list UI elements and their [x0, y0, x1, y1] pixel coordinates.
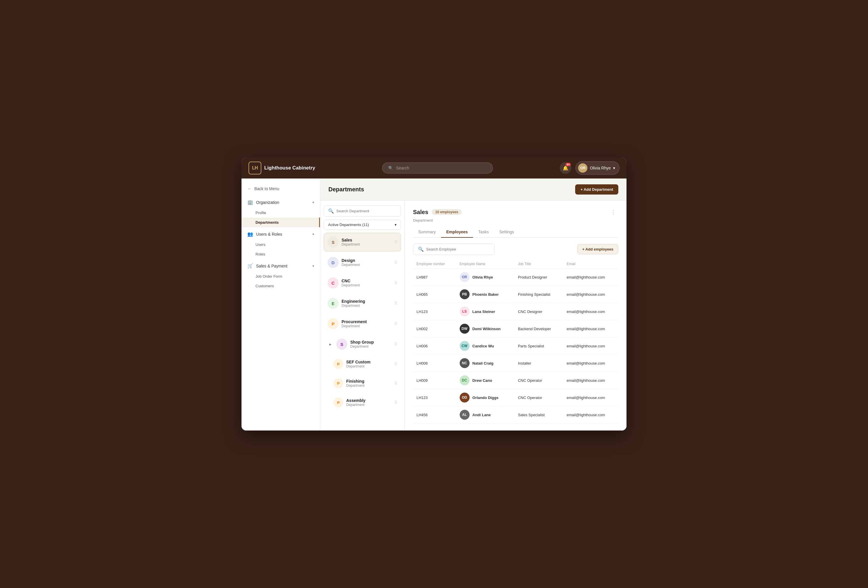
employee-avatar: PB — [460, 290, 469, 299]
emp-id-cell: LH987 — [413, 269, 456, 286]
drag-handle-icon-7[interactable]: ⠿ — [394, 362, 397, 366]
content-area: Departments + Add Department 🔍 Active De… — [320, 179, 626, 430]
user-avatar: OR — [578, 163, 588, 173]
emp-job-cell: CNC Operator — [515, 389, 563, 406]
employee-search-input[interactable] — [426, 247, 490, 251]
col-header-emp-number: Employee number — [413, 260, 456, 269]
sales-icon: 🛒 — [247, 263, 253, 269]
emp-job-cell: CNC Operator — [515, 372, 563, 389]
department-item-sefcustom[interactable]: P SEF Custom Department ⠿ — [329, 355, 401, 373]
drag-handle-icon-6[interactable]: ⠿ — [394, 342, 397, 347]
department-item-design[interactable]: D Design Department ⠿ — [324, 253, 401, 272]
emp-id-cell: LH123 — [413, 389, 456, 406]
drag-handle-icon-9[interactable]: ⠿ — [394, 400, 397, 405]
employee-name: Lana Steiner — [472, 309, 495, 314]
dept-avatar-sefcustom: P — [334, 359, 343, 369]
employee-avatar: DW — [460, 324, 469, 334]
department-item-sales[interactable]: S Sales Department ⠿ — [324, 233, 401, 251]
emp-id-cell: LH009 — [413, 372, 456, 389]
emp-email-cell: email@lighthouse.com — [563, 269, 619, 286]
emp-name-cell: DC Drew Cano — [456, 372, 515, 389]
employee-toolbar: 🔍 + Add employees — [413, 244, 619, 255]
dept-avatar-cnc: C — [328, 277, 339, 288]
department-search-input[interactable] — [336, 209, 397, 213]
notification-badge: 9+ — [565, 163, 571, 166]
user-name: Olivia Rhye — [590, 165, 611, 170]
employee-name: Candice Wu — [472, 344, 494, 348]
employee-avatar: DC — [460, 375, 469, 385]
tab-employees[interactable]: Employees — [441, 227, 473, 238]
notifications-button[interactable]: 🔔 9+ — [560, 162, 571, 174]
sidebar-item-profile[interactable]: Profile — [242, 208, 320, 217]
global-search-bar[interactable]: 🔍 Search — [382, 163, 493, 174]
detail-dept-name: Sales — [413, 209, 428, 216]
user-menu-button[interactable]: OR Olivia Rhye ▾ — [576, 161, 620, 175]
more-options-button[interactable]: ⋮ — [608, 208, 619, 216]
add-employees-button[interactable]: + Add employees — [577, 244, 619, 254]
tab-summary[interactable]: Summary — [413, 227, 441, 238]
sidebar-item-roles[interactable]: Roles — [242, 250, 320, 259]
sidebar-item-job-order[interactable]: Job Order Form — [242, 272, 320, 281]
employees-table: Employee number Employee Name Job Title … — [413, 260, 619, 424]
employee-avatar: CW — [460, 341, 469, 351]
sidebar-item-departments[interactable]: Departments — [242, 217, 320, 227]
sidebar-item-users[interactable]: Users — [242, 240, 320, 250]
drag-handle-icon-4[interactable]: ⠿ — [394, 301, 397, 306]
department-search-box[interactable]: 🔍 — [324, 205, 401, 217]
emp-email-cell: email@lighthouse.com — [563, 372, 619, 389]
tab-settings[interactable]: Settings — [494, 227, 520, 238]
department-item-assembly[interactable]: P Assembly Department ⠿ — [329, 394, 401, 411]
dept-avatar-design: D — [328, 257, 339, 268]
drag-handle-icon[interactable]: ⠿ — [394, 240, 397, 244]
chevron-down-icon-filter: ▾ — [395, 223, 397, 227]
sidebar-section-sales: 🛒 Sales & Payment ▾ Job Order Form Custo… — [242, 260, 320, 291]
drag-handle-icon-5[interactable]: ⠿ — [394, 321, 397, 326]
topbar-search-area: 🔍 Search — [315, 163, 560, 174]
emp-name-cell: PB Phoenix Baker — [456, 286, 515, 303]
emp-email-cell: email@lighthouse.com — [563, 406, 619, 424]
sidebar-item-customers[interactable]: Customers — [242, 281, 320, 291]
employee-name: Phoenix Baker — [472, 292, 499, 297]
sidebar: ← Back to Menu 🏢 Organization ▾ Profile … — [242, 179, 320, 430]
logo-icon: LH — [248, 162, 261, 174]
department-item-shopgroup[interactable]: ▶ S Shop Group Department ⠿ — [324, 335, 401, 353]
emp-id-cell: LH065 — [413, 286, 456, 303]
tab-tasks[interactable]: Tasks — [473, 227, 494, 238]
department-filter-dropdown[interactable]: Active Departments (11) ▾ — [324, 220, 401, 230]
emp-email-cell: email@lighthouse.com — [563, 355, 619, 372]
table-row: LH065 PB Phoenix Baker Finishing Special… — [413, 286, 619, 303]
sidebar-group-users-roles[interactable]: 👥 Users & Roles ▾ — [242, 228, 320, 240]
employee-name: Natali Craig — [472, 361, 493, 365]
employee-name: Drew Cano — [472, 378, 492, 383]
emp-email-cell: email@lighthouse.com — [563, 286, 619, 303]
expand-icon[interactable]: ▶ — [328, 341, 334, 347]
back-to-menu-button[interactable]: ← Back to Menu — [242, 183, 320, 194]
department-list: S Sales Department ⠿ D Design — [324, 233, 401, 411]
emp-name-cell: OR Olivia Rhye — [456, 269, 515, 286]
table-row: LH002 DW Demi Wilkinson Backend Develope… — [413, 320, 619, 337]
employee-name: Olivia Rhye — [472, 275, 493, 279]
drag-handle-icon-3[interactable]: ⠿ — [394, 281, 397, 285]
department-item-procurement[interactable]: P Procurement Department ⠿ — [324, 315, 401, 333]
emp-name-cell: AL Andi Lane — [456, 406, 515, 424]
table-row: LH123 LS Lana Steiner CNC Designer email… — [413, 303, 619, 320]
dept-avatar-finishing: P — [334, 378, 343, 388]
department-item-engineering[interactable]: E Engineering Department ⠿ — [324, 294, 401, 313]
department-item-finishing[interactable]: P Finishing Department ⠿ — [329, 374, 401, 392]
table-row: LH456 AL Andi Lane Sales Specialist emai… — [413, 406, 619, 424]
drag-handle-icon-2[interactable]: ⠿ — [394, 260, 397, 265]
emp-id-cell: LH008 — [413, 355, 456, 372]
drag-handle-icon-8[interactable]: ⠿ — [394, 381, 397, 386]
col-header-email: Email — [563, 260, 619, 269]
col-header-emp-name: Employee Name — [456, 260, 515, 269]
employee-search-box[interactable]: 🔍 — [413, 244, 495, 255]
sidebar-group-organization[interactable]: 🏢 Organization ▾ — [242, 196, 320, 208]
emp-name-cell: NC Natali Craig — [456, 355, 515, 372]
employee-avatar: NC — [460, 358, 469, 368]
department-item-cnc[interactable]: C CNC Department ⠿ — [324, 273, 401, 292]
employee-count-badge: 10 employees — [432, 209, 462, 215]
dept-avatar-shopgroup: S — [336, 338, 347, 350]
sidebar-group-sales[interactable]: 🛒 Sales & Payment ▾ — [242, 260, 320, 272]
table-row: LH987 OR Olivia Rhye Product Designer em… — [413, 269, 619, 286]
add-department-button[interactable]: + Add Department — [575, 184, 619, 195]
